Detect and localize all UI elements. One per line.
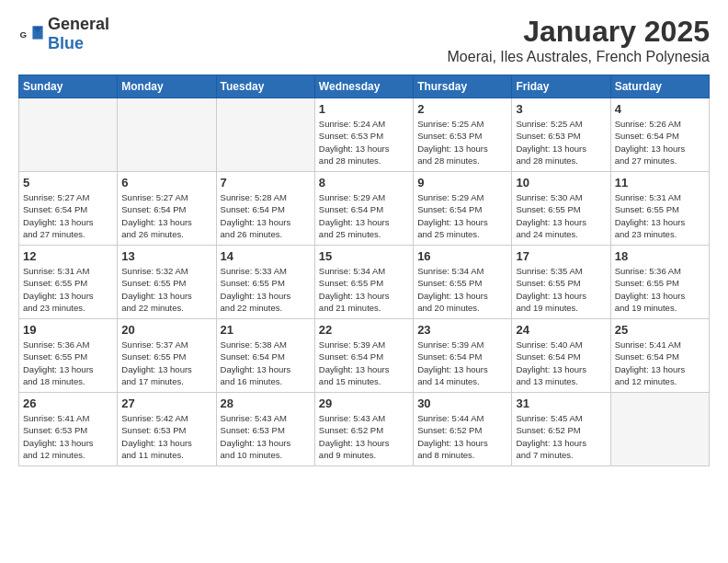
day-number: 27 [121,396,211,410]
day-info: Sunrise: 5:38 AM Sunset: 6:54 PM Dayligh… [221,339,311,387]
day-info: Sunrise: 5:36 AM Sunset: 6:55 PM Dayligh… [23,339,113,387]
day-info: Sunrise: 5:39 AM Sunset: 6:54 PM Dayligh… [319,339,409,387]
day-number: 8 [319,176,409,190]
calendar-table: Sunday Monday Tuesday Wednesday Thursday… [18,75,710,466]
calendar-cell [19,98,118,172]
logo: G General Blue [18,15,109,53]
location-title: Moerai, Iles Australes, French Polynesia [448,49,710,65]
calendar-cell: 17Sunrise: 5:35 AM Sunset: 6:55 PM Dayli… [512,246,610,319]
calendar-cell: 21Sunrise: 5:38 AM Sunset: 6:54 PM Dayli… [216,319,314,393]
svg-text:G: G [19,29,27,40]
calendar-cell: 7Sunrise: 5:28 AM Sunset: 6:54 PM Daylig… [216,172,314,246]
day-info: Sunrise: 5:32 AM Sunset: 6:55 PM Dayligh… [121,265,211,314]
calendar-cell: 14Sunrise: 5:33 AM Sunset: 6:55 PM Dayli… [216,246,314,319]
day-info: Sunrise: 5:30 AM Sunset: 6:55 PM Dayligh… [516,191,606,240]
day-number: 14 [221,249,311,263]
calendar-cell: 20Sunrise: 5:37 AM Sunset: 6:55 PM Dayli… [118,319,216,393]
day-number: 1 [319,102,409,116]
day-info: Sunrise: 5:27 AM Sunset: 6:54 PM Dayligh… [23,191,113,240]
page: G General Blue January 2025 Moerai, Iles… [0,0,728,485]
day-number: 30 [417,396,507,410]
day-number: 12 [23,249,113,263]
day-info: Sunrise: 5:45 AM Sunset: 6:52 PM Dayligh… [516,412,606,461]
day-info: Sunrise: 5:33 AM Sunset: 6:55 PM Dayligh… [221,265,311,314]
col-saturday: Saturday [610,75,709,98]
day-info: Sunrise: 5:43 AM Sunset: 6:52 PM Dayligh… [319,412,409,461]
calendar-cell: 18Sunrise: 5:36 AM Sunset: 6:55 PM Dayli… [610,246,709,319]
day-info: Sunrise: 5:40 AM Sunset: 6:54 PM Dayligh… [516,339,606,387]
calendar-cell: 4Sunrise: 5:26 AM Sunset: 6:54 PM Daylig… [610,98,709,172]
calendar-cell: 8Sunrise: 5:29 AM Sunset: 6:54 PM Daylig… [314,172,413,246]
logo-text: General Blue [48,15,109,53]
day-number: 9 [417,176,507,190]
calendar-cell: 23Sunrise: 5:39 AM Sunset: 6:54 PM Dayli… [414,319,512,393]
day-info: Sunrise: 5:26 AM Sunset: 6:54 PM Dayligh… [615,118,705,167]
day-number: 2 [417,102,507,116]
calendar-cell: 13Sunrise: 5:32 AM Sunset: 6:55 PM Dayli… [118,246,216,319]
day-info: Sunrise: 5:34 AM Sunset: 6:55 PM Dayligh… [319,265,409,314]
day-info: Sunrise: 5:35 AM Sunset: 6:55 PM Dayligh… [516,265,606,314]
day-number: 22 [319,323,409,337]
calendar-cell: 27Sunrise: 5:42 AM Sunset: 6:53 PM Dayli… [118,393,216,466]
calendar-cell: 9Sunrise: 5:29 AM Sunset: 6:54 PM Daylig… [414,172,512,246]
day-number: 20 [121,323,211,337]
day-number: 21 [221,323,311,337]
calendar-cell: 16Sunrise: 5:34 AM Sunset: 6:55 PM Dayli… [414,246,512,319]
calendar-cell: 19Sunrise: 5:36 AM Sunset: 6:55 PM Dayli… [19,319,118,393]
day-number: 29 [319,396,409,410]
calendar-cell: 6Sunrise: 5:27 AM Sunset: 6:54 PM Daylig… [118,172,216,246]
col-tuesday: Tuesday [216,75,314,98]
day-info: Sunrise: 5:34 AM Sunset: 6:55 PM Dayligh… [417,265,507,314]
calendar-cell: 5Sunrise: 5:27 AM Sunset: 6:54 PM Daylig… [19,172,118,246]
day-number: 24 [516,323,606,337]
day-number: 3 [516,102,606,116]
logo-general: General [48,15,109,33]
calendar-cell: 28Sunrise: 5:43 AM Sunset: 6:53 PM Dayli… [216,393,314,466]
title-block: January 2025 Moerai, Iles Australes, Fre… [448,15,710,65]
col-wednesday: Wednesday [314,75,413,98]
calendar-cell: 26Sunrise: 5:41 AM Sunset: 6:53 PM Dayli… [19,393,118,466]
day-info: Sunrise: 5:31 AM Sunset: 6:55 PM Dayligh… [23,265,113,314]
day-number: 28 [221,396,311,410]
day-number: 26 [23,396,113,410]
day-number: 10 [516,176,606,190]
day-number: 4 [615,102,705,116]
day-info: Sunrise: 5:25 AM Sunset: 6:53 PM Dayligh… [417,118,507,167]
calendar-cell [610,393,709,466]
logo-blue: Blue [48,34,84,52]
day-number: 18 [615,249,705,263]
calendar-week-2: 5Sunrise: 5:27 AM Sunset: 6:54 PM Daylig… [19,172,710,246]
col-thursday: Thursday [414,75,512,98]
day-number: 6 [121,176,211,190]
calendar-cell: 31Sunrise: 5:45 AM Sunset: 6:52 PM Dayli… [512,393,610,466]
day-number: 31 [516,396,606,410]
day-info: Sunrise: 5:36 AM Sunset: 6:55 PM Dayligh… [615,265,705,314]
calendar-week-1: 1Sunrise: 5:24 AM Sunset: 6:53 PM Daylig… [19,98,710,172]
calendar-cell: 3Sunrise: 5:25 AM Sunset: 6:53 PM Daylig… [512,98,610,172]
day-number: 15 [319,249,409,263]
day-number: 16 [417,249,507,263]
day-info: Sunrise: 5:41 AM Sunset: 6:53 PM Dayligh… [23,412,113,461]
calendar-cell [118,98,216,172]
calendar-cell: 24Sunrise: 5:40 AM Sunset: 6:54 PM Dayli… [512,319,610,393]
day-info: Sunrise: 5:31 AM Sunset: 6:55 PM Dayligh… [615,191,705,240]
calendar-cell [216,98,314,172]
day-info: Sunrise: 5:29 AM Sunset: 6:54 PM Dayligh… [417,191,507,240]
day-number: 5 [23,176,113,190]
day-number: 23 [417,323,507,337]
calendar-week-5: 26Sunrise: 5:41 AM Sunset: 6:53 PM Dayli… [19,393,710,466]
calendar-week-3: 12Sunrise: 5:31 AM Sunset: 6:55 PM Dayli… [19,246,710,319]
day-info: Sunrise: 5:37 AM Sunset: 6:55 PM Dayligh… [121,339,211,387]
day-info: Sunrise: 5:25 AM Sunset: 6:53 PM Dayligh… [516,118,606,167]
calendar-cell: 30Sunrise: 5:44 AM Sunset: 6:52 PM Dayli… [414,393,512,466]
day-info: Sunrise: 5:44 AM Sunset: 6:52 PM Dayligh… [417,412,507,461]
day-number: 11 [615,176,705,190]
day-info: Sunrise: 5:42 AM Sunset: 6:53 PM Dayligh… [121,412,211,461]
calendar-week-4: 19Sunrise: 5:36 AM Sunset: 6:55 PM Dayli… [19,319,710,393]
day-info: Sunrise: 5:43 AM Sunset: 6:53 PM Dayligh… [221,412,311,461]
day-info: Sunrise: 5:27 AM Sunset: 6:54 PM Dayligh… [121,191,211,240]
calendar-cell: 22Sunrise: 5:39 AM Sunset: 6:54 PM Dayli… [314,319,413,393]
calendar-cell: 29Sunrise: 5:43 AM Sunset: 6:52 PM Dayli… [314,393,413,466]
day-number: 25 [615,323,705,337]
day-info: Sunrise: 5:28 AM Sunset: 6:54 PM Dayligh… [221,191,311,240]
